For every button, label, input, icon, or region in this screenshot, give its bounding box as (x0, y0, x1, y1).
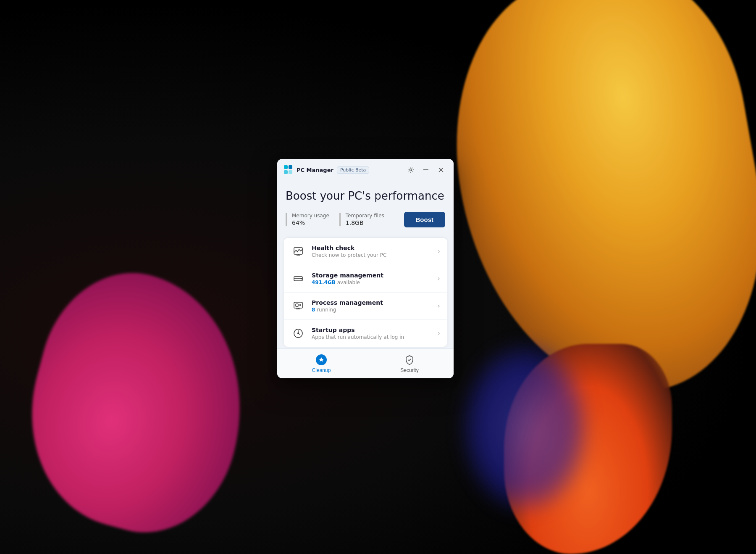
logo-square-br (289, 170, 292, 174)
bg-purple-shape (462, 344, 588, 512)
startup-apps-item[interactable]: Startup apps Apps that run automatically… (284, 320, 447, 347)
security-label: Security (400, 367, 418, 373)
process-title: Process management (312, 299, 432, 306)
boost-button[interactable]: Boost (404, 212, 446, 227)
logo-square-tr (289, 165, 292, 169)
temp-files-label: Temporary files (346, 213, 384, 219)
security-tab[interactable]: Security (365, 349, 454, 378)
storage-suffix: available (336, 280, 360, 285)
memory-value: 64% (292, 219, 329, 226)
app-title: PC Manager (297, 167, 333, 173)
storage-highlight: 491.4GB (312, 280, 336, 285)
process-management-item[interactable]: Process management 8 running › (284, 293, 447, 320)
health-check-chevron: › (438, 247, 440, 255)
app-logo (284, 165, 293, 174)
startup-apps-text: Startup apps Apps that run automatically… (312, 327, 432, 340)
logo-square-bl (284, 170, 288, 174)
memory-label: Memory usage (292, 213, 329, 219)
logo-square-tl (284, 165, 288, 169)
health-check-icon (291, 244, 306, 259)
bottom-navigation: Cleanup Security (277, 348, 454, 378)
process-suffix: running (315, 307, 336, 313)
process-management-text: Process management 8 running (312, 299, 432, 313)
svg-rect-1 (423, 169, 428, 170)
storage-management-item[interactable]: Storage management 491.4GB available › (284, 265, 447, 293)
storage-icon (291, 271, 306, 286)
svg-point-17 (297, 332, 299, 334)
beta-badge: Public Beta (337, 166, 369, 174)
stats-row: Memory usage 64% Temporary files 1.8GB B… (286, 212, 445, 227)
menu-list: Health check Check now to protect your P… (284, 237, 447, 347)
health-check-subtitle: Check now to protect your PC (312, 252, 432, 258)
cleanup-icon (315, 354, 327, 366)
temp-files-value: 1.8GB (346, 219, 384, 226)
storage-title: Storage management (312, 272, 432, 279)
hero-section: Boost your PC's performance Memory usage… (286, 181, 445, 237)
window-main-content: Boost your PC's performance Memory usage… (277, 181, 454, 347)
storage-management-text: Storage management 491.4GB available (312, 272, 432, 285)
bg-pink-shape (5, 254, 273, 552)
health-check-text: Health check Check now to protect your P… (312, 245, 432, 258)
svg-rect-11 (296, 304, 298, 306)
storage-subtitle: 491.4GB available (312, 280, 432, 285)
startup-subtitle: Apps that run automatically at log in (312, 334, 432, 340)
process-icon (291, 298, 306, 314)
storage-chevron: › (438, 274, 440, 282)
hero-title: Boost your PC's performance (286, 189, 445, 203)
process-subtitle: 8 running (312, 307, 432, 313)
minimize-button[interactable] (420, 164, 432, 176)
settings-button[interactable] (405, 164, 417, 176)
close-button[interactable] (435, 164, 447, 176)
cleanup-label: Cleanup (312, 367, 331, 373)
window-container: PC Manager Public Beta (277, 159, 454, 378)
titlebar-controls (405, 164, 447, 176)
startup-icon (291, 326, 306, 341)
cleanup-tab[interactable]: Cleanup (277, 349, 365, 378)
startup-chevron: › (438, 329, 440, 337)
health-check-item[interactable]: Health check Check now to protect your P… (284, 238, 447, 265)
svg-point-0 (410, 169, 412, 171)
startup-title: Startup apps (312, 327, 432, 333)
process-chevron: › (438, 302, 440, 310)
pc-manager-window: PC Manager Public Beta (277, 159, 454, 378)
titlebar: PC Manager Public Beta (277, 159, 454, 181)
security-icon (404, 354, 415, 366)
health-check-title: Health check (312, 245, 432, 251)
temp-files-stat: Temporary files 1.8GB (339, 213, 384, 226)
memory-usage-stat: Memory usage 64% (286, 213, 329, 226)
